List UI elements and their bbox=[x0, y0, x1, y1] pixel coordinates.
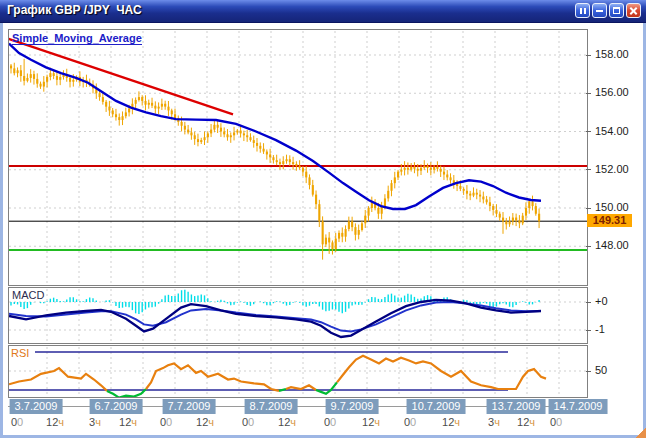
axis-tick bbox=[586, 131, 591, 132]
candle-body bbox=[532, 201, 534, 206]
candle-body bbox=[204, 137, 206, 140]
candle-body bbox=[486, 199, 488, 202]
time-label: 12ч bbox=[517, 416, 535, 428]
time-label-suffix: ч bbox=[374, 416, 380, 428]
candle-body bbox=[233, 132, 235, 135]
axis-tick bbox=[586, 208, 591, 209]
candle-body bbox=[272, 157, 274, 160]
candle-body bbox=[315, 195, 317, 205]
sma-line bbox=[9, 44, 541, 210]
candle-body bbox=[407, 168, 409, 170]
candle-body bbox=[430, 168, 432, 170]
candle-body bbox=[69, 78, 71, 82]
candle-body bbox=[413, 167, 415, 169]
candle-body bbox=[266, 152, 268, 155]
candle-body bbox=[489, 202, 491, 206]
candle-body bbox=[400, 170, 402, 172]
candle-body bbox=[220, 128, 222, 132]
candle-body bbox=[308, 177, 310, 185]
candle-body bbox=[158, 107, 160, 109]
time-label-suffix: 0 bbox=[410, 416, 416, 428]
sma-indicator-label: Simple_Moving_Average bbox=[12, 32, 142, 45]
time-label: 00 bbox=[404, 416, 416, 428]
time-label-suffix: 0 bbox=[166, 416, 172, 428]
candle-body bbox=[13, 68, 15, 73]
candle-body bbox=[23, 76, 25, 81]
candle-body bbox=[49, 73, 51, 77]
candle-body bbox=[253, 140, 255, 143]
time-label: 3ч bbox=[488, 416, 500, 428]
time-label-suffix: ч bbox=[131, 416, 137, 428]
candle-body bbox=[259, 146, 261, 149]
axis-tick bbox=[586, 93, 591, 94]
candle-body bbox=[479, 195, 481, 197]
date-badge: 9.7.2009 bbox=[326, 399, 379, 414]
candle-body bbox=[17, 70, 19, 73]
axis-tick bbox=[586, 55, 591, 56]
rsi-panel[interactable]: RSI bbox=[8, 345, 588, 398]
candle-body bbox=[20, 70, 22, 76]
candle-body bbox=[263, 149, 265, 152]
window-buttons bbox=[575, 3, 641, 18]
time-label: 00 bbox=[160, 416, 172, 428]
rsi-line bbox=[337, 356, 546, 389]
date-badge: 8.7.2009 bbox=[245, 399, 298, 414]
candle-body bbox=[509, 221, 511, 224]
axis-tick bbox=[586, 246, 591, 247]
candle-body bbox=[410, 167, 412, 170]
candle-body bbox=[279, 162, 281, 164]
time-label-suffix: 0 bbox=[248, 416, 254, 428]
pause-icon[interactable] bbox=[575, 3, 590, 18]
candle-body bbox=[404, 168, 406, 170]
time-label: 00 bbox=[11, 416, 23, 428]
candle-body bbox=[348, 221, 350, 229]
price-chart-canvas bbox=[9, 30, 587, 285]
candle-body bbox=[420, 168, 422, 171]
candle-body bbox=[492, 206, 494, 210]
macd-canvas bbox=[9, 288, 587, 343]
candle-body bbox=[312, 185, 314, 195]
candle-body bbox=[318, 204, 320, 221]
candle-body bbox=[154, 106, 156, 109]
candle-body bbox=[518, 220, 520, 223]
candle-body bbox=[525, 208, 527, 216]
time-label-hour: 12 bbox=[119, 416, 131, 428]
candle-body bbox=[135, 100, 137, 104]
candle-body bbox=[99, 93, 101, 97]
candle-body bbox=[128, 109, 130, 113]
candle-body bbox=[335, 239, 337, 250]
candle-body bbox=[377, 208, 379, 214]
date-badge: 13.7.2009 bbox=[487, 399, 546, 414]
candle-body bbox=[286, 159, 288, 161]
time-label: 12ч bbox=[362, 416, 380, 428]
close-icon[interactable] bbox=[626, 3, 641, 18]
candle-body bbox=[299, 166, 301, 168]
candle-body bbox=[210, 130, 212, 134]
candle-body bbox=[436, 167, 438, 169]
candle-body bbox=[187, 130, 189, 133]
candle-body bbox=[482, 197, 484, 200]
candle-body bbox=[351, 221, 353, 227]
price-axis-label: 152.00 bbox=[595, 163, 629, 175]
candle-body bbox=[463, 189, 465, 191]
price-axis-label: 150.00 bbox=[595, 201, 629, 213]
candle-body bbox=[194, 135, 196, 139]
candle-body bbox=[223, 132, 225, 135]
candle-body bbox=[322, 221, 324, 244]
candle-body bbox=[174, 114, 176, 118]
macd-panel[interactable]: MACD bbox=[8, 287, 588, 344]
price-axis-label: 148.00 bbox=[595, 239, 629, 251]
price-chart-panel[interactable]: Simple_Moving_Average bbox=[8, 29, 588, 286]
candle-body bbox=[46, 77, 48, 82]
minimize-icon[interactable] bbox=[592, 3, 607, 18]
date-badge: 10.7.2009 bbox=[407, 399, 466, 414]
maximize-icon[interactable] bbox=[609, 3, 624, 18]
candle-body bbox=[515, 218, 517, 221]
candle-body bbox=[459, 186, 461, 189]
time-label-hour: 12 bbox=[517, 416, 529, 428]
resize-grip[interactable] bbox=[636, 428, 646, 438]
titlebar[interactable]: График GBP /JPY ЧАС bbox=[0, 0, 646, 23]
candle-body bbox=[499, 214, 501, 218]
candle-body bbox=[102, 97, 104, 102]
candle-body bbox=[26, 78, 28, 81]
